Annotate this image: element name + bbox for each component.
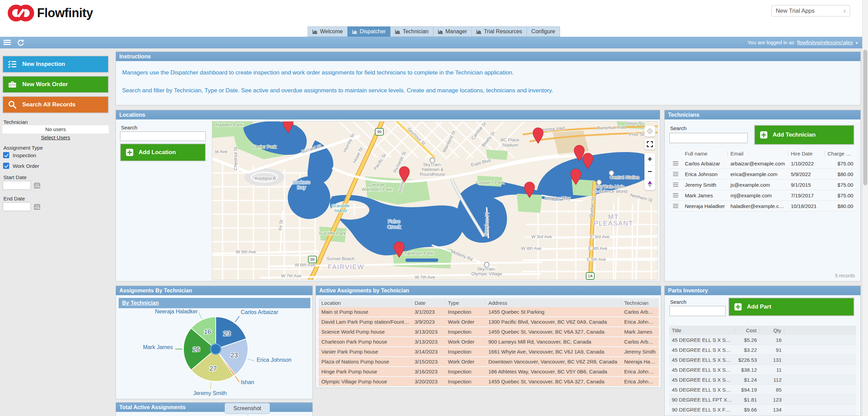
locate-me-button[interactable] <box>644 126 655 137</box>
table-cell: Downtown Vancouver, Vancouver, BC V6Z 2R… <box>486 359 621 365</box>
table-cell: 3/13/2023 <box>412 339 445 345</box>
tilt-control[interactable] <box>644 178 655 190</box>
end-date-input[interactable] <box>3 202 31 211</box>
tab-dispatcher[interactable]: Dispatcher <box>347 26 391 37</box>
row-menu-icon[interactable] <box>669 193 682 197</box>
assignment-row[interactable]: David Lam Park Pump station/Fountain3/9/… <box>319 317 659 327</box>
pie-label: Carlos Arbaizar <box>241 309 278 315</box>
search-all-records-button[interactable]: Search All Records <box>2 96 109 113</box>
add-technician-button[interactable]: Add Technician <box>754 125 854 145</box>
table-cell: 45 DEGREE ELL S X S - ... <box>669 347 735 353</box>
locations-map[interactable]: Hadden ParkVanier ParkKitsilano BChestnu… <box>212 121 658 280</box>
scrollbar-thumb[interactable] <box>863 50 867 185</box>
tab-welcome[interactable]: Welcome <box>308 26 347 37</box>
table-row[interactable]: Mark Jamesmj@example.com7/19/2017$75.00 <box>669 190 856 201</box>
assignment-type-option: Work Order <box>3 163 39 169</box>
assignment-row[interactable]: Hinge Park Pump house3/16/2023Inspection… <box>319 367 659 377</box>
part-row[interactable]: 45 DEGREE ELL S X S - ...$94.1985 <box>669 385 856 395</box>
menu-icon[interactable] <box>3 39 12 46</box>
table-row[interactable]: Neeraja Haladkerhaladker@example.com10/1… <box>669 201 856 211</box>
table-cell: David Lam Park Pump station/Fountain <box>319 319 412 325</box>
table-cell: $75.00 <box>825 161 856 166</box>
map-label: George <box>369 182 384 187</box>
tab-manager[interactable]: Manager <box>433 26 472 37</box>
app-selector-dropdown[interactable]: New Trial Apps ∨ <box>771 5 850 16</box>
checkbox-work-order[interactable] <box>3 163 9 169</box>
total-active-assignments-panel: Total Active Assignments <box>116 402 313 416</box>
assignment-row[interactable]: Olympic Village Pump house3/20/2023Inspe… <box>319 377 659 387</box>
row-menu-icon[interactable] <box>669 204 682 208</box>
technicians-table: Full nameEmailHire DateCharge RateCarlos… <box>669 149 856 211</box>
part-row[interactable]: 45 DEGREE ELL S X S - ...$5.2616 <box>669 335 856 345</box>
technicians-search-input[interactable] <box>669 133 748 143</box>
highway-shield: 1A <box>586 273 594 279</box>
logged-in-user-link[interactable]: flowfinitywirelessinc\alex <box>797 39 853 45</box>
table-cell: 112 <box>760 377 784 383</box>
map-label: Prior St <box>629 132 644 137</box>
table-row[interactable]: Carlos Arbaizararbaizar@exmaple.com1/10/… <box>669 158 856 169</box>
locations-search-input[interactable] <box>120 131 206 141</box>
assignment-row[interactable]: Charleson Park Pump house3/13/2023Work O… <box>319 337 659 347</box>
row-menu-icon[interactable] <box>669 172 682 176</box>
tilt-up-icon <box>648 181 652 184</box>
part-row[interactable]: 45 DEGREE ELL S X S - ...$226.53131 <box>669 355 856 365</box>
calendar-icon[interactable] <box>34 203 40 210</box>
table-row[interactable]: Jeremy Smithjs@example.com9/1/2015$75.00 <box>669 180 856 190</box>
table-cell: 91 <box>760 347 784 353</box>
parts-inventory-title: Parts Inventory <box>665 286 860 295</box>
part-row[interactable]: 90 DEGREE ELL S X FP...$9.66134 <box>669 405 856 415</box>
by-technician-link[interactable]: By Technician <box>122 300 159 306</box>
plus-icon <box>126 148 134 157</box>
assignment-row[interactable]: Science World Pump house3/13/2023Inspect… <box>319 327 659 337</box>
table-cell: 1455 Quebec St, Vancouver, BC V6A 3Z7, C… <box>486 329 621 335</box>
row-menu-icon[interactable] <box>669 183 682 187</box>
assignments-panel-title: Assignments By Technician <box>116 286 312 295</box>
select-users-link[interactable]: Select Users <box>2 135 109 140</box>
tab-trial-resources[interactable]: Trial Resources <box>472 26 527 37</box>
table-cell: Inspection <box>445 309 486 315</box>
table-cell: Work Order <box>445 339 486 345</box>
row-menu-icon[interactable] <box>669 161 682 165</box>
zoom-out-button[interactable]: − <box>644 165 655 178</box>
instructions-panel: Instructions Managers use the Dispatcher… <box>116 51 861 105</box>
part-row[interactable]: 90 DEGREE ELL FPT X ...$1.81123 <box>669 395 856 405</box>
svg-text:99: 99 <box>377 130 381 134</box>
part-row[interactable]: 45 DEGREE ELL S X S - ...$38.1211 <box>669 365 856 375</box>
start-date-input[interactable] <box>3 181 31 190</box>
tab-technician[interactable]: Technician <box>390 26 433 37</box>
assignment-row[interactable]: Plaza of Nations Pump house3/15/2023Work… <box>319 357 659 367</box>
refresh-icon[interactable] <box>17 39 26 47</box>
new-inspection-button[interactable]: New Inspection <box>2 56 109 73</box>
part-row[interactable]: 45 DEGREE ELL S X S - ...$3.2291 <box>669 345 856 355</box>
add-part-button[interactable]: Add Part <box>728 298 854 316</box>
calendar-icon[interactable] <box>34 182 40 189</box>
part-row[interactable]: 45 DEGREE ELL S X S - ...$1.24112 <box>669 375 856 385</box>
table-cell: Inspection <box>445 329 486 335</box>
checkbox-label: Work Order <box>13 163 39 169</box>
fullscreen-button[interactable] <box>644 139 655 150</box>
total-active-assignments-title: Total Active Assignments <box>116 403 312 412</box>
table-cell: Erica Johnson <box>621 319 659 325</box>
add-location-button[interactable]: Add Location <box>120 143 206 161</box>
map-label: Fir St <box>278 219 284 231</box>
map-label: FAIRVIEW <box>328 263 364 270</box>
table-row[interactable]: Erica Johnsonerica@example.com5/9/2022$8… <box>669 169 856 180</box>
parts-search-input[interactable] <box>669 306 726 316</box>
assignment-row[interactable]: Vanier Park Pump house3/14/2023Inspectio… <box>319 347 659 357</box>
new-work-order-button[interactable]: New Work Order <box>2 76 109 93</box>
technicians-panel: Technicians Search Add Technician Full n… <box>664 110 861 281</box>
table-cell: 1661 Whyte Ave, Vancouver, BC V6J 1A9, C… <box>486 349 621 355</box>
assignment-row[interactable]: Main st Pump house3/1/2023Inspection1455… <box>319 307 659 317</box>
pie-leader-line <box>235 376 239 382</box>
assignments-pie-chart[interactable]: Carlos Arbaizar23Erica Johnson23IshanJer… <box>116 309 313 399</box>
active-assignments-title: Active Assignments by Technician <box>316 286 661 295</box>
zoom-in-button[interactable]: + <box>644 153 655 165</box>
highway-shield: 99 <box>308 256 317 263</box>
bar-chart-icon <box>438 30 443 34</box>
checkbox-inspection[interactable] <box>3 152 9 158</box>
table-cell: 45 DEGREE ELL S X S - ... <box>669 387 735 393</box>
toolbar: You are logged in as flowfinitywirelessi… <box>0 37 868 48</box>
tab-configure[interactable]: Configure <box>526 26 560 37</box>
table-cell: Jeremy Smith <box>682 182 728 188</box>
button-label: New Work Order <box>22 81 68 88</box>
